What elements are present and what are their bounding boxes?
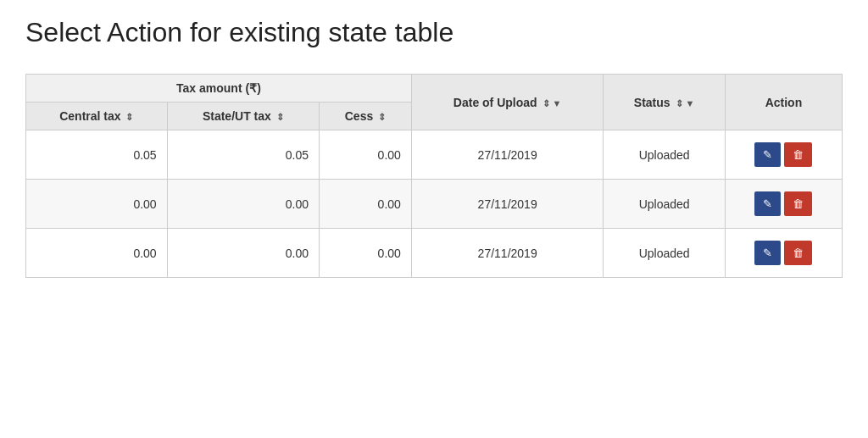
central-tax-header: Central tax ⇕ bbox=[26, 103, 168, 130]
cess-header: Cess ⇕ bbox=[319, 103, 411, 130]
central-tax-cell: 0.05 bbox=[26, 130, 168, 180]
main-table: Tax amount (₹) Date of Upload ⇕ ▼ Status… bbox=[25, 74, 843, 278]
cess-cell: 0.00 bbox=[319, 130, 411, 180]
date-cell: 27/11/2019 bbox=[411, 229, 604, 278]
edit-button[interactable]: ✎ bbox=[754, 142, 781, 167]
cess-cell: 0.00 bbox=[319, 180, 411, 229]
status-header: Status ⇕ ▼ bbox=[604, 75, 725, 130]
cess-cell: 0.00 bbox=[319, 229, 411, 278]
delete-button[interactable]: 🗑 bbox=[784, 191, 812, 216]
action-cell: ✎🗑 bbox=[725, 130, 842, 180]
status-sort-icon[interactable]: ⇕ ▼ bbox=[676, 98, 695, 108]
edit-button[interactable]: ✎ bbox=[754, 191, 781, 216]
action-cell: ✎🗑 bbox=[725, 229, 842, 278]
action-cell: ✎🗑 bbox=[725, 180, 842, 229]
central-tax-sort-icon[interactable]: ⇕ bbox=[125, 112, 133, 122]
delete-button[interactable]: 🗑 bbox=[784, 142, 812, 167]
table-body: 0.050.050.0027/11/2019Uploaded✎🗑0.000.00… bbox=[26, 130, 843, 278]
central-tax-cell: 0.00 bbox=[26, 229, 168, 278]
date-sort-icon[interactable]: ⇕ ▼ bbox=[542, 98, 562, 108]
date-cell: 27/11/2019 bbox=[411, 180, 604, 229]
status-cell: Uploaded bbox=[604, 229, 725, 278]
state-ut-tax-cell: 0.00 bbox=[167, 180, 319, 229]
table-row: 0.000.000.0027/11/2019Uploaded✎🗑 bbox=[26, 229, 843, 278]
state-ut-sort-icon[interactable]: ⇕ bbox=[276, 112, 284, 122]
state-ut-tax-cell: 0.00 bbox=[167, 229, 319, 278]
status-cell: Uploaded bbox=[604, 130, 725, 180]
delete-button[interactable]: 🗑 bbox=[784, 241, 812, 265]
group-header-row: Tax amount (₹) Date of Upload ⇕ ▼ Status… bbox=[26, 75, 843, 103]
state-ut-tax-header: State/UT tax ⇕ bbox=[167, 103, 319, 130]
central-tax-cell: 0.00 bbox=[26, 180, 168, 229]
action-header: Action bbox=[725, 75, 842, 130]
tax-amount-group-header: Tax amount (₹) bbox=[26, 75, 412, 103]
cess-sort-icon[interactable]: ⇕ bbox=[378, 112, 386, 122]
table-row: 0.000.000.0027/11/2019Uploaded✎🗑 bbox=[26, 180, 843, 229]
page-title: Select Action for existing state table bbox=[25, 17, 843, 48]
status-cell: Uploaded bbox=[604, 180, 725, 229]
edit-button[interactable]: ✎ bbox=[754, 241, 781, 265]
table-row: 0.050.050.0027/11/2019Uploaded✎🗑 bbox=[26, 130, 843, 180]
date-of-upload-header: Date of Upload ⇕ ▼ bbox=[411, 75, 604, 130]
state-ut-tax-cell: 0.05 bbox=[167, 130, 319, 180]
date-cell: 27/11/2019 bbox=[411, 130, 604, 180]
